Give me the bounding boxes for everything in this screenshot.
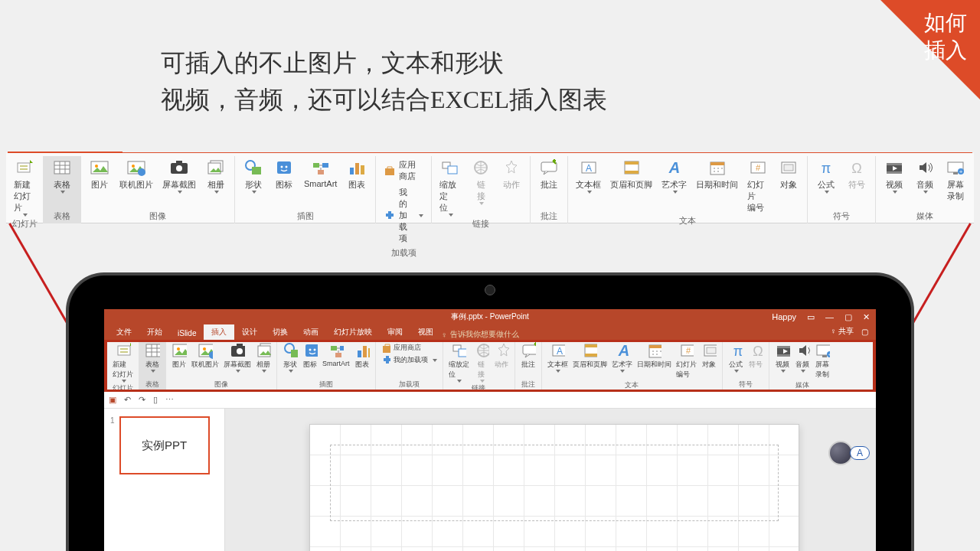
comment-button[interactable]: 批注 <box>518 342 538 370</box>
object-icon <box>701 343 717 358</box>
icons-button[interactable]: 图标 <box>300 342 320 370</box>
maximize-icon[interactable]: ▢ <box>844 312 852 322</box>
editor-body: 1 实例PPT <box>104 409 876 551</box>
album-button[interactable]: 相册 <box>201 156 231 195</box>
audio-button[interactable]: 音频 <box>910 156 940 195</box>
group-table-label: 表格 <box>54 210 70 222</box>
header-footer-button[interactable]: 页眉和页脚 <box>570 342 609 370</box>
symbol-label: 符号 <box>749 360 763 370</box>
chart-button[interactable]: 图表 <box>352 342 372 370</box>
placeholder-box[interactable] <box>330 445 779 521</box>
comments-pane-icon[interactable]: ▢ <box>861 328 868 336</box>
icons-button[interactable]: 图标 <box>269 156 299 192</box>
my-addins-button[interactable]: 我的加载项 <box>381 355 437 365</box>
tab-review[interactable]: 审阅 <box>380 324 410 340</box>
object-icon <box>778 158 799 178</box>
qat-more-icon[interactable]: ⋯ <box>165 395 174 405</box>
video-button[interactable]: 视频 <box>879 156 910 195</box>
symbol-button[interactable]: Ω 符号 <box>841 156 872 192</box>
link-button[interactable]: 链接 <box>472 342 492 383</box>
slide-canvas[interactable] <box>309 424 799 551</box>
symbol-button[interactable]: Ω 符号 <box>746 342 766 370</box>
group-table-label: 表格 <box>145 380 159 390</box>
picture-button[interactable]: 图片 <box>169 342 189 370</box>
textbox-button[interactable]: A 文本框 <box>545 342 570 373</box>
tab-view[interactable]: 视图 <box>410 324 441 340</box>
chart-button[interactable]: 图表 <box>341 156 372 192</box>
my-addins-button[interactable]: 我的加载项 <box>384 187 423 244</box>
tab-design[interactable]: 设计 <box>234 324 265 340</box>
online-picture-button[interactable]: 联机图片 <box>115 156 158 192</box>
tell-me-input[interactable]: ♀ 告诉我你想要做什么 <box>441 329 519 340</box>
textbox-button[interactable]: A 文本框 <box>571 156 606 195</box>
action-button[interactable]: 动作 <box>496 156 527 192</box>
table-button[interactable]: 表格 <box>142 342 162 373</box>
zoom-button[interactable]: 缩放定位 <box>446 342 472 383</box>
slide-thumbnail[interactable]: 实例PPT <box>119 416 210 474</box>
link-button[interactable]: 链接 <box>466 156 496 207</box>
smartart-button[interactable]: SmartArt <box>320 342 352 368</box>
online-picture-button[interactable]: 联机图片 <box>189 342 221 370</box>
equation-button[interactable]: π 公式 <box>811 156 841 195</box>
icons-icon <box>273 158 295 178</box>
group-links-label: 链接 <box>472 218 489 230</box>
object-button[interactable]: 对象 <box>699 342 719 370</box>
header-footer-button[interactable]: 页眉和页脚 <box>606 156 657 192</box>
symbol-label: 符号 <box>848 179 865 191</box>
svg-rect-52 <box>120 348 128 350</box>
audio-label: 音频 <box>795 360 809 370</box>
tab-file[interactable]: 文件 <box>109 324 139 340</box>
svg-text:#: # <box>756 163 761 172</box>
table-button[interactable]: 表格 <box>47 156 77 195</box>
chart-icon <box>346 158 368 178</box>
undo-icon[interactable]: ↶ <box>124 395 131 405</box>
datetime-button[interactable]: 日期和时间 <box>635 342 674 370</box>
audio-button[interactable]: 音频 <box>792 342 812 373</box>
store-button[interactable]: 应用商店 <box>381 343 421 353</box>
album-button[interactable]: 相册 <box>253 342 273 373</box>
tab-islide[interactable]: iSlide <box>170 327 204 340</box>
equation-button[interactable]: π 公式 <box>726 342 746 373</box>
video-button[interactable]: 视频 <box>773 342 792 373</box>
store-button[interactable]: 应用商店 <box>384 159 423 182</box>
screen-rec-button[interactable]: + 屏幕录制 <box>812 342 832 380</box>
ribbon-options-icon[interactable]: ▭ <box>807 312 815 322</box>
smartart-icon <box>310 158 332 178</box>
save-icon[interactable]: ▣ <box>109 395 116 405</box>
svg-rect-71 <box>340 346 344 350</box>
redo-icon[interactable]: ↷ <box>139 395 145 405</box>
action-button[interactable]: 动作 <box>492 342 511 370</box>
shapes-button[interactable]: 形状 <box>238 156 269 195</box>
action-icon <box>501 158 522 178</box>
screen-rec-button[interactable]: + 屏幕录制 <box>940 156 971 204</box>
screenshot-button[interactable]: 屏幕截图 <box>221 342 253 373</box>
tab-home[interactable]: 开始 <box>139 324 170 340</box>
new-slide-button[interactable]: 新建 幻灯片 <box>110 342 136 383</box>
zoom-button[interactable]: 缩放定位 <box>435 156 466 218</box>
slide-thumbnail-pane[interactable]: 1 实例PPT <box>104 409 225 551</box>
store-label: 应用商店 <box>394 343 421 353</box>
tab-animation[interactable]: 动画 <box>296 324 326 340</box>
group-media-label: 媒体 <box>795 380 809 390</box>
screenshot-button[interactable]: 屏幕截图 <box>158 156 201 195</box>
close-icon[interactable]: ✕ <box>863 312 870 322</box>
picture-button[interactable]: 图片 <box>84 156 115 192</box>
tab-insert[interactable]: 插入 <box>204 324 234 340</box>
slide-number-button[interactable]: # 幻灯片编号 <box>743 156 773 215</box>
share-button[interactable]: ♀ 共享 <box>831 326 854 337</box>
shapes-button[interactable]: 形状 <box>280 342 300 373</box>
group-images-label: 图像 <box>214 380 228 390</box>
new-slide-button[interactable]: 新建 幻灯片 <box>9 156 40 218</box>
collaborator-avatar[interactable]: A <box>828 441 870 465</box>
wordart-button[interactable]: A 艺术字 <box>609 342 635 373</box>
comment-button[interactable]: 批注 <box>534 156 564 192</box>
slide-number-button[interactable]: # 幻灯片编号 <box>674 342 699 380</box>
minimize-icon[interactable]: — <box>825 312 834 322</box>
datetime-button[interactable]: 日期和时间 <box>691 156 743 192</box>
object-button[interactable]: 对象 <box>773 156 804 192</box>
tab-transition[interactable]: 切换 <box>265 324 296 340</box>
smartart-button[interactable]: SmartArt <box>299 156 341 190</box>
slideshow-icon[interactable]: ▯ <box>153 395 158 405</box>
tab-slideshow[interactable]: 幻灯片放映 <box>326 324 380 340</box>
wordart-button[interactable]: A 艺术字 <box>657 156 691 195</box>
